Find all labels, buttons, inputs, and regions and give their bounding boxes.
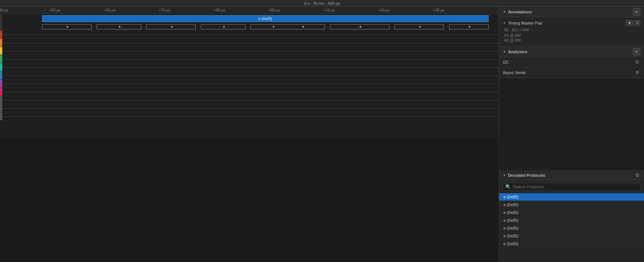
tick-label-5: +90 µs (269, 8, 280, 12)
timing-marker-icon: ▼ (503, 21, 506, 25)
decoded-chevron: ▼ (503, 173, 506, 177)
decoded-protocols-header: ▼ Decoded Protocols ⚙ (499, 170, 644, 180)
annotation-a1: A1 @ ### (503, 33, 640, 38)
channel-row-10 (0, 104, 499, 112)
analyzer-i2c-name: I2C (503, 60, 509, 64)
channel-waveform-2[interactable] (2, 39, 499, 47)
annotations-content: ▼ Timing Marker Pair ▼ = A1 - A2 | = ###… (499, 17, 644, 46)
timing-controls: ▼ = (626, 20, 640, 26)
protocol-item-5[interactable]: e (0x65) (499, 232, 644, 240)
annotations-add-button[interactable]: + (633, 8, 640, 16)
protocol-bar-label: e (0x65) (259, 17, 272, 21)
protocol-item-2[interactable]: e (0x65) (499, 209, 644, 217)
channel-row-9 (0, 96, 499, 104)
time-display-bar: 0 s : 35 ms : 400 µs (0, 0, 644, 7)
timing-marker-row: ▼ Timing Marker Pair ▼ = (503, 20, 640, 26)
search-protocols-input[interactable] (513, 185, 638, 189)
channel-waveform-11[interactable] (2, 112, 499, 120)
analyzers-chevron: ▼ (503, 50, 506, 54)
bottom-empty-area (0, 138, 499, 262)
tick-label-6: +10 µs (323, 8, 335, 12)
tick-label-8: +30 µs (433, 8, 445, 12)
channel-waveform-8[interactable] (2, 88, 499, 96)
annotations-chevron: ▼ (503, 10, 506, 14)
channel-row-3 (0, 47, 499, 55)
channel-waveform-3[interactable] (2, 47, 499, 55)
tick-label-7: +20 µs (378, 8, 390, 12)
channel-waveform-4[interactable] (2, 55, 499, 63)
search-protocols-bar[interactable]: 🔍 (502, 183, 641, 191)
sidebar: ▼ Annotations + ▼ Timing Marker Pair ▼ = (499, 7, 644, 262)
annotation-a2: A2 @ ### (503, 38, 640, 42)
protocol-list: e (0x65) e (0x65) e (0x65) e (0x65) e (0… (499, 193, 644, 262)
channel-list: e (0x65) (0, 14, 499, 138)
analyzers-title: ▼ Analyzers (503, 49, 527, 54)
protocol-item-3[interactable]: e (0x65) (499, 217, 644, 224)
tick-label-1: +50 µs (49, 8, 61, 12)
channel-waveform-9[interactable] (2, 96, 499, 104)
annotation-formula: A1 - A2 | = ### (503, 28, 640, 32)
search-icon: 🔍 (505, 184, 511, 189)
channel-waveform-7[interactable] (2, 80, 499, 87)
tick-label-4: +80 µs (214, 8, 225, 12)
analyzers-header: ▼ Analyzers + (499, 47, 644, 57)
annotations-section: ▼ Annotations + ▼ Timing Marker Pair ▼ = (499, 7, 644, 47)
analyzer-i2c-gear[interactable]: ⚙ (634, 59, 640, 65)
tick-label-0: +40 µs (0, 8, 8, 12)
channel-row-5 (0, 63, 499, 71)
analyzer-async-gear[interactable]: ⚙ (634, 70, 640, 75)
annotations-header: ▼ Annotations + (499, 7, 644, 17)
analyzers-label: Analyzers (508, 49, 527, 54)
channel-waveform-5[interactable] (2, 63, 499, 71)
timing-eq-btn[interactable]: = (634, 20, 640, 26)
timing-marker-name: Timing Marker Pair (508, 21, 543, 25)
analyzers-section: ▼ Analyzers + I2C ⚙ Async Serial ⚙ (499, 47, 644, 78)
decoded-protocols-section: ▼ Decoded Protocols ⚙ 🔍 e (0x65) e (0x65… (499, 170, 644, 262)
analyzer-async-name: Async Serial (503, 70, 525, 75)
channel-row-0: e (0x65) (0, 14, 499, 31)
annotations-label: Annotations (508, 10, 532, 14)
time-display: 0 s : 35 ms : 400 µs (304, 1, 340, 6)
waveform-area: +40 µs +50 µs +60 µs +70 µs +80 µs +90 µ… (0, 7, 499, 262)
channel-waveform-0[interactable]: e (0x65) (2, 14, 499, 30)
channel-row-6 (0, 71, 499, 80)
channel-row-2 (0, 39, 499, 47)
channel-row-4 (0, 55, 499, 63)
channel-row-1 (0, 31, 499, 39)
sidebar-spacer (499, 78, 644, 170)
analyzer-item-async: Async Serial ⚙ (499, 67, 644, 78)
timing-filter-btn[interactable]: ▼ (626, 20, 633, 26)
decoded-protocols-gear[interactable]: ⚙ (634, 172, 640, 178)
channel-row-11 (0, 112, 499, 121)
analyzers-add-button[interactable]: + (633, 48, 640, 55)
channel-row-7 (0, 80, 499, 88)
main-content: +40 µs +50 µs +60 µs +70 µs +80 µs +90 µ… (0, 7, 644, 262)
channel-row-8 (0, 88, 499, 96)
protocol-item-1[interactable]: e (0x65) (499, 201, 644, 209)
decoded-protocols-label: Decoded Protocols (508, 173, 545, 178)
channel-waveform-10[interactable] (2, 104, 499, 112)
annotations-title: ▼ Annotations (503, 10, 532, 14)
decoded-protocols-title: ▼ Decoded Protocols (503, 173, 545, 178)
tick-label-2: +60 µs (104, 8, 116, 12)
protocol-item-6[interactable]: e (0x65) (499, 240, 644, 248)
channel-waveform-6[interactable] (2, 71, 499, 79)
timing-marker-label: ▼ Timing Marker Pair (503, 21, 542, 25)
tick-label-3: +70 µs (159, 8, 170, 12)
analyzer-item-i2c: I2C ⚙ (499, 57, 644, 67)
channel-waveform-1[interactable] (2, 31, 499, 38)
protocol-item-0[interactable]: e (0x65) (499, 193, 644, 201)
timeline-ruler: +40 µs +50 µs +60 µs +70 µs +80 µs +90 µ… (0, 7, 499, 14)
protocol-item-4[interactable]: e (0x65) (499, 224, 644, 232)
protocol-bar[interactable]: e (0x65) (42, 15, 489, 22)
